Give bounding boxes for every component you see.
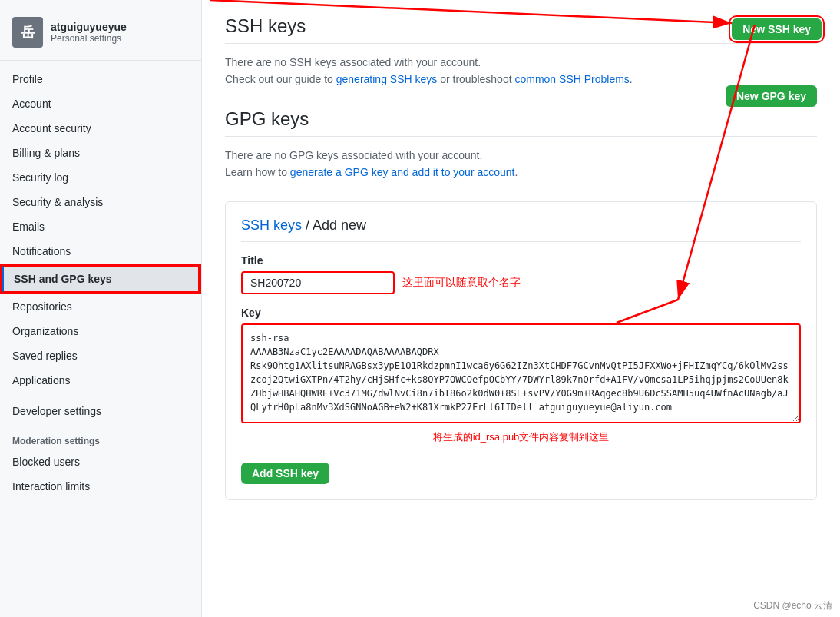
sidebar-item-saved-replies[interactable]: Saved replies bbox=[0, 343, 201, 368]
key-textarea-wrapper: ssh-rsa AAAAB3NzaC1yc2EAAAADAQABAAAABAQD… bbox=[241, 323, 801, 426]
key-textarea[interactable]: ssh-rsa AAAAB3NzaC1yc2EAAAADAQABAAAABAQD… bbox=[241, 323, 801, 423]
title-input[interactable] bbox=[241, 271, 395, 294]
sidebar: 岳 atguiguyueyue Personal settings Profil… bbox=[0, 0, 202, 617]
gpg-guide-link[interactable]: generate a GPG key and add it to your ac… bbox=[290, 166, 515, 178]
sidebar-link-ssh-gpg[interactable]: SSH and GPG keys bbox=[2, 265, 200, 293]
sidebar-item-profile[interactable]: Profile bbox=[0, 67, 201, 91]
avatar: 岳 bbox=[12, 17, 43, 48]
sidebar-link-saved-replies[interactable]: Saved replies bbox=[0, 343, 201, 368]
gpg-guide-text: Learn how to generate a GPG key and add … bbox=[225, 166, 817, 178]
sidebar-item-security-log[interactable]: Security log bbox=[0, 165, 201, 190]
add-new-separator: / bbox=[302, 217, 313, 233]
sidebar-item-developer-settings[interactable]: Developer settings bbox=[0, 399, 201, 423]
ssh-section-title: SSH keys bbox=[225, 15, 817, 44]
title-hint: 这里面可以随意取个名字 bbox=[402, 276, 521, 290]
gpg-guide-suffix: . bbox=[514, 166, 518, 178]
moderation-nav: Blocked users Interaction limits bbox=[0, 449, 201, 499]
sidebar-link-profile[interactable]: Profile bbox=[0, 67, 201, 91]
sidebar-item-billing[interactable]: Billing & plans bbox=[0, 141, 201, 165]
new-ssh-key-button[interactable]: New SSH key bbox=[732, 18, 822, 40]
sidebar-item-applications[interactable]: Applications bbox=[0, 368, 201, 393]
title-label: Title bbox=[241, 254, 801, 267]
sidebar-link-notifications[interactable]: Notifications bbox=[0, 239, 201, 264]
ssh-section: SSH keys There are no SSH keys associate… bbox=[225, 15, 817, 85]
add-new-header-text: Add new bbox=[313, 217, 366, 233]
sidebar-item-emails[interactable]: Emails bbox=[0, 214, 201, 239]
key-hint: 将生成的id_rsa.pub文件内容复制到这里 bbox=[241, 430, 801, 444]
sidebar-item-interaction-limits[interactable]: Interaction limits bbox=[0, 474, 201, 499]
sidebar-link-security-log[interactable]: Security log bbox=[0, 165, 201, 190]
sidebar-item-notifications[interactable]: Notifications bbox=[0, 239, 201, 264]
sidebar-link-repositories[interactable]: Repositories bbox=[0, 294, 201, 319]
sidebar-nav: Profile Account Account security Billing… bbox=[0, 67, 201, 423]
sidebar-link-developer-settings[interactable]: Developer settings bbox=[0, 399, 201, 423]
sidebar-item-blocked-users[interactable]: Blocked users bbox=[0, 449, 201, 474]
sidebar-item-organizations[interactable]: Organizations bbox=[0, 319, 201, 343]
add-new-header-link[interactable]: SSH keys bbox=[241, 217, 302, 233]
sidebar-link-emails[interactable]: Emails bbox=[0, 214, 201, 239]
ssh-guide-link2[interactable]: common SSH Problems bbox=[514, 73, 629, 85]
gpg-guide-prefix: Learn how to bbox=[225, 166, 290, 178]
sidebar-link-billing[interactable]: Billing & plans bbox=[0, 141, 201, 165]
sidebar-user: 岳 atguiguyueyue Personal settings bbox=[0, 8, 201, 61]
sidebar-link-security-analysis[interactable]: Security & analysis bbox=[0, 190, 201, 214]
ssh-no-keys-msg: There are no SSH keys associated with yo… bbox=[225, 56, 817, 68]
main-content: New SSH key SSH keys There are no SSH ke… bbox=[202, 0, 840, 617]
key-form-group: Key ssh-rsa AAAAB3NzaC1yc2EAAAADAQABAAAA… bbox=[241, 307, 801, 444]
sidebar-link-organizations[interactable]: Organizations bbox=[0, 319, 201, 343]
csdn-annotation: CSDN @echo 云清 bbox=[753, 599, 832, 612]
sidebar-link-blocked-users[interactable]: Blocked users bbox=[0, 449, 201, 474]
sidebar-item-account[interactable]: Account bbox=[0, 91, 201, 116]
sidebar-subtitle: Personal settings bbox=[51, 33, 127, 44]
ssh-guide-link1[interactable]: generating SSH keys bbox=[336, 73, 438, 85]
title-input-wrapper: 这里面可以随意取个名字 bbox=[241, 271, 801, 294]
sidebar-link-account-security[interactable]: Account security bbox=[0, 116, 201, 141]
sidebar-item-security-analysis[interactable]: Security & analysis bbox=[0, 190, 201, 214]
sidebar-item-account-security[interactable]: Account security bbox=[0, 116, 201, 141]
ssh-guide-suffix: . bbox=[630, 73, 633, 85]
new-gpg-key-button[interactable]: New GPG key bbox=[726, 85, 817, 107]
sidebar-username: atguiguyueyue bbox=[51, 21, 127, 33]
add-new-ssh-form: SSH keys / Add new Title 这里面可以随意取个名字 Key… bbox=[225, 201, 817, 500]
sidebar-link-account[interactable]: Account bbox=[0, 91, 201, 116]
gpg-section-title: GPG keys bbox=[225, 108, 817, 137]
add-ssh-key-button[interactable]: Add SSH key bbox=[241, 463, 329, 484]
add-new-header: SSH keys / Add new bbox=[241, 217, 801, 242]
sidebar-link-interaction-limits[interactable]: Interaction limits bbox=[0, 474, 201, 499]
ssh-guide-text: Check out our guide to generating SSH ke… bbox=[225, 73, 817, 85]
moderation-settings-header: Moderation settings bbox=[0, 423, 201, 449]
gpg-section: New GPG key GPG keys There are no GPG ke… bbox=[225, 108, 817, 178]
sidebar-item-ssh-gpg[interactable]: SSH and GPG keys bbox=[0, 264, 201, 294]
title-form-group: Title 这里面可以随意取个名字 bbox=[241, 254, 801, 294]
ssh-guide-prefix: Check out our guide to bbox=[225, 73, 336, 85]
sidebar-item-repositories[interactable]: Repositories bbox=[0, 294, 201, 319]
key-label: Key bbox=[241, 307, 801, 319]
sidebar-link-applications[interactable]: Applications bbox=[0, 368, 201, 393]
ssh-guide-middle: or troubleshoot bbox=[437, 73, 514, 85]
gpg-no-keys-msg: There are no GPG keys associated with yo… bbox=[225, 149, 817, 161]
